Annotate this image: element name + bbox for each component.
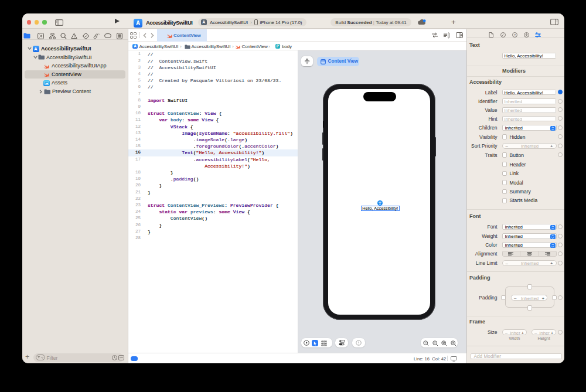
- svg-text:?: ?: [513, 33, 515, 37]
